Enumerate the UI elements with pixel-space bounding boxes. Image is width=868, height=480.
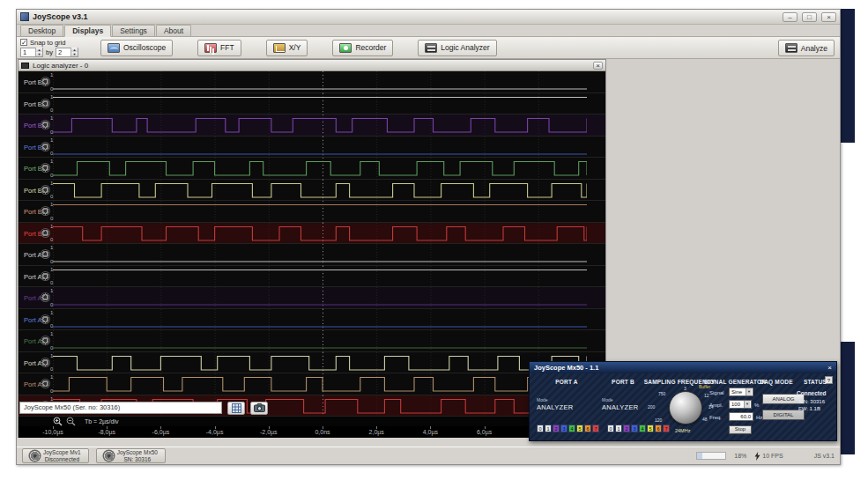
axis-tick-label: 2,0µs (369, 429, 384, 435)
port-a-channel-0-button[interactable]: 0 (537, 425, 544, 432)
port-a-channel-7-button[interactable]: 7 (592, 425, 599, 432)
port-a-channel-6-button[interactable]: 6 (584, 425, 591, 432)
column-header-status: STATUS (804, 379, 827, 385)
port-a-mode-label: Mode (537, 397, 548, 402)
logic-analyzer-button[interactable]: Logic Analyzer (418, 40, 496, 56)
mx50-body: ? PORT APORT BSAMPLING FREQUENCYSIGNAL G… (530, 373, 836, 440)
analyze-button[interactable]: Analyze (778, 40, 835, 56)
channel-settings-gear-icon[interactable] (41, 380, 49, 388)
port-b-channel-0-button[interactable]: 0 (607, 425, 614, 432)
port-b-channel-1-button[interactable]: 1 (615, 425, 622, 432)
grid-view-button[interactable] (227, 402, 245, 415)
channel-settings-gear-icon[interactable] (41, 293, 49, 301)
fft-button[interactable]: FFT (197, 40, 241, 56)
stop-button[interactable]: Stop (729, 425, 752, 434)
port-b-channel-7-button[interactable]: 7 (663, 425, 670, 432)
channel-settings-gear-icon[interactable] (41, 336, 49, 344)
time-axis: -10,0µs-8,0µs-6,0µs-4,0µs-2,0µs0,0ns2,0µ… (19, 426, 605, 438)
recorder-button[interactable]: Recorder (332, 40, 393, 56)
channel-settings-gear-icon[interactable] (41, 78, 49, 85)
lightning-icon (754, 452, 760, 461)
port-b-channel-2-button[interactable]: 2 (623, 425, 630, 432)
channel-row-port-a-1: Port A.110 (19, 266, 605, 288)
panel-header[interactable]: Logic analyzer - 0 × (19, 60, 605, 71)
freq-input[interactable]: 60,0 (729, 412, 753, 421)
window-titlebar[interactable]: JoyScope v3.1 – □ × (17, 10, 840, 25)
dial-label-120: 120 (655, 417, 662, 423)
panel-close-button[interactable]: × (593, 62, 603, 70)
chevron-down-icon: ▼ (744, 401, 750, 408)
waveform (53, 244, 587, 266)
tab-settings[interactable]: Settings (112, 25, 155, 36)
channel-settings-gear-icon[interactable] (41, 358, 49, 366)
device-combo[interactable]: JoyScope Mx50 (Ser. no: 30316) (19, 402, 222, 414)
tab-displays[interactable]: Displays (64, 25, 111, 37)
recorder-icon (339, 43, 352, 53)
oscilloscope-button[interactable]: Oscilloscope (100, 40, 173, 56)
channel-settings-gear-icon[interactable] (41, 250, 49, 258)
channel-settings-gear-icon[interactable] (41, 315, 49, 323)
tab-desktop[interactable]: Desktop (20, 25, 63, 36)
channel-settings-gear-icon[interactable] (41, 207, 49, 215)
dial-label-3: 3 (684, 386, 686, 391)
port-a-channel-3-button[interactable]: 3 (560, 425, 568, 432)
snap-by-label: by (46, 48, 53, 56)
analyze-icon (785, 43, 798, 53)
channel-settings-gear-icon[interactable] (41, 121, 49, 129)
freq-label: Freq. (709, 415, 722, 420)
column-header-daq-mode: DAQ MODE (760, 379, 792, 385)
close-button[interactable]: × (821, 12, 836, 22)
channel-settings-gear-icon[interactable] (41, 100, 49, 107)
dial-label-200: 200 (648, 404, 655, 410)
mx50-titlebar[interactable]: JoyScope Mx50 - 1.1 × (530, 362, 836, 373)
channel-settings-gear-icon[interactable] (41, 229, 49, 237)
port-a-channel-2-button[interactable]: 2 (553, 425, 560, 432)
waveform (53, 373, 587, 395)
port-b-channel-5-button[interactable]: 5 (647, 425, 654, 432)
port-b-channel-3-button[interactable]: 3 (631, 425, 638, 432)
port-b-channel-6-button[interactable]: 6 (655, 425, 662, 432)
axis-tick-label: -2,0µs (260, 429, 278, 435)
channel-settings-gear-icon[interactable] (41, 143, 49, 151)
channel-row-port-b-2: Port B.210 (19, 114, 605, 137)
fft-icon (204, 43, 217, 53)
grid-cols-stepper[interactable]: 1 ▲▼ (20, 48, 43, 57)
waveform (53, 201, 587, 223)
mx50-close-button[interactable]: × (827, 364, 832, 372)
tab-about[interactable]: About (156, 25, 191, 36)
mx50-title: JoyScope Mx50 - 1.1 (534, 364, 827, 372)
zoom-in-icon[interactable] (53, 417, 63, 426)
channel-row-port-b-7: Port B.710 (19, 223, 605, 245)
channel-row-port-a-0: Port A.010 (19, 244, 605, 266)
axis-tick-label: 6,0µs (477, 429, 492, 435)
chevron-down-icon: ▼ (746, 388, 752, 395)
port-b-mode-label: Mode (602, 397, 613, 402)
ampl-select[interactable]: 100▼ (729, 400, 752, 409)
port-a-channel-1-button[interactable]: 1 (545, 425, 552, 432)
signal-select[interactable]: Sine▼ (729, 388, 753, 396)
channel-settings-gear-icon[interactable] (41, 272, 49, 280)
maximize-button[interactable]: □ (802, 12, 817, 22)
app-icon (20, 12, 29, 21)
channel-row-port-a-5: Port A.510 (19, 352, 605, 374)
x-y-button[interactable]: X/Y (266, 40, 308, 56)
snap-to-grid-checkbox[interactable]: ✓ (20, 39, 27, 46)
port-a-channel-5-button[interactable]: 5 (576, 425, 583, 432)
port-a-channel-4-button[interactable]: 4 (568, 425, 575, 432)
connection-status: Connected (797, 390, 827, 396)
channel-settings-gear-icon[interactable] (41, 186, 49, 194)
snap-to-grid-group: ✓ Snap to grid 1 ▲▼ by 2 ▲▼ (20, 39, 78, 57)
minimize-button[interactable]: – (783, 12, 798, 22)
channel-row-port-b-5: Port B.510 (19, 180, 605, 202)
channel-settings-gear-icon[interactable] (41, 164, 49, 172)
timebase-label: Tb = 2µs/div (85, 418, 118, 425)
zoom-out-icon[interactable] (66, 417, 76, 426)
sampling-frequency-knob[interactable] (669, 391, 702, 425)
device-button-mx50[interactable]: JoyScope Mx50 SN: 30316 (96, 448, 166, 463)
device-button-mv1[interactable]: JoyScope Mv1 Disconnected (22, 448, 89, 463)
grid-rows-stepper[interactable]: 2 ▲▼ (56, 48, 78, 57)
logic-analyzer-panel: Logic analyzer - 0 × Port B.010Port B.11… (18, 59, 606, 438)
port-b-channel-4-button[interactable]: 4 (639, 425, 646, 432)
signal-label: Signal (709, 390, 724, 395)
screenshot-button[interactable] (250, 402, 268, 415)
